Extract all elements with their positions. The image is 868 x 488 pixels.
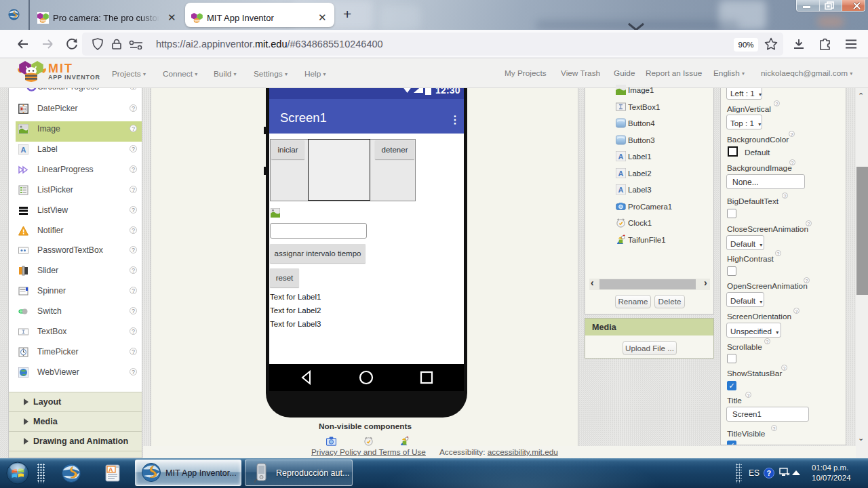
svg-text:A: A xyxy=(618,186,624,194)
svg-text:A: A xyxy=(21,146,26,154)
svg-text:01: 01 xyxy=(23,107,26,110)
svg-text:?: ? xyxy=(767,469,772,477)
svg-text:A: A xyxy=(618,152,624,161)
svg-text:A: A xyxy=(108,466,113,473)
svg-text:A: A xyxy=(618,169,624,178)
